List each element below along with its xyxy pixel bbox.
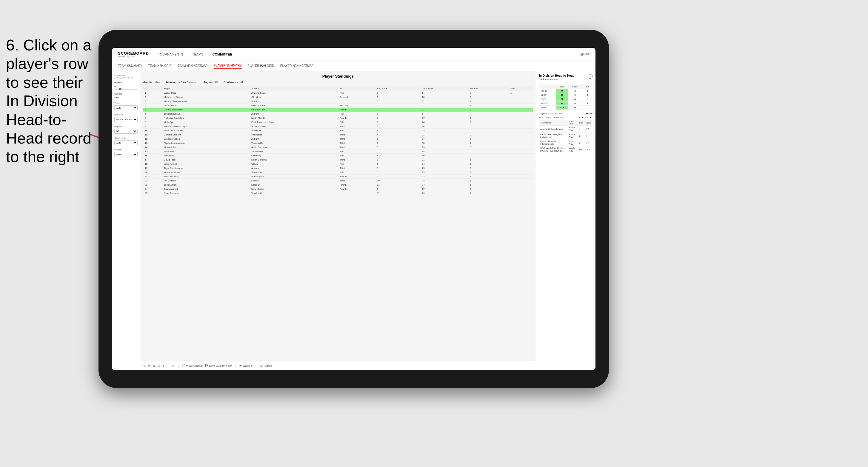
export-button[interactable]: ⬚ xyxy=(255,364,257,367)
table-row[interactable]: 15 Jake Hall Tennessee Fifth 5 18 0 xyxy=(143,150,533,154)
table-row[interactable]: 18 Luke Powell UCLA First 5 24 1 xyxy=(143,162,533,166)
minus-button[interactable]: — xyxy=(167,364,170,367)
cell-player: Matthew Riedel xyxy=(162,170,250,175)
cell-yr: Third xyxy=(338,158,375,162)
tab-team-h2h-heatmap[interactable]: TEAM H2H HEATMAP xyxy=(178,63,208,69)
sign-out-button[interactable]: Sign out xyxy=(579,53,590,56)
col-yr: Yr xyxy=(338,86,375,91)
table-row[interactable]: 21 Taehoon Song Washington Fourth 6 23 1 xyxy=(143,175,533,179)
player-select[interactable]: (All) xyxy=(114,152,137,157)
settings-button[interactable]: ◎ xyxy=(172,364,175,367)
update-time: Update time: 27/03/2024 16:56:26 xyxy=(114,74,137,79)
table-row[interactable]: 2 Michael La Sasso Ole Miss Second 1 18 … xyxy=(143,95,533,99)
cell-num: 13 xyxy=(143,141,162,145)
table-row[interactable]: 8 Mats Ege East Tennessee State Fifth 1 … xyxy=(143,120,533,124)
cell-reg: 4 xyxy=(375,129,420,133)
conference-select[interactable]: (All) xyxy=(114,140,137,145)
cell-win xyxy=(509,170,533,175)
cell-player: Gordon Sargent xyxy=(162,133,250,137)
table-row[interactable]: 12 Brendan Valles Auburn Third 1 27 0 xyxy=(143,137,533,141)
division-select[interactable]: NCAA Division I xyxy=(114,117,137,122)
cell-rds: 1 xyxy=(468,99,509,103)
table-row[interactable]: 4 Luke Claton Florida State Second 1 27 … xyxy=(143,103,533,108)
cell-school: Vanderbilt xyxy=(250,191,338,195)
nav-teams[interactable]: TEAMS xyxy=(192,51,204,57)
cell-win xyxy=(509,191,533,195)
table-row[interactable]: 24 Bastien Amat New Mexico Fourth 1 27 2 xyxy=(143,187,533,191)
redo-button[interactable]: ⟳ xyxy=(148,364,150,367)
table-row[interactable]: 10 Jacob Mox Olivier Arkansas Fifth 4 25… xyxy=(143,129,533,133)
table-row[interactable]: 23 Jack Lundin Missouri Fourth 11 24 1 xyxy=(143,183,533,187)
table-row[interactable]: 3 Michael Thorbjornsen Stanford 1 8 1 xyxy=(143,99,533,103)
undo-button[interactable]: ⟲ xyxy=(143,364,146,367)
table-row[interactable]: 6 Jackson Koivun Auburn First 1 1 xyxy=(143,112,533,116)
cell-win xyxy=(509,137,533,141)
sidebar-player: Player (All) xyxy=(114,148,137,157)
cell-player: Alex Goff xyxy=(162,154,250,158)
table-row[interactable]: 25 Cole Sherwood Vanderbilt 12 23 1 xyxy=(143,191,533,195)
table-row[interactable]: 16 Alex Goff Kentucky Fifth 8 19 0 xyxy=(143,154,533,158)
cell-num: 14 xyxy=(143,145,162,150)
h2h-cell-tie: 3 xyxy=(582,101,592,106)
tab-player-summary[interactable]: PLAYER SUMMARY xyxy=(214,63,242,69)
cell-yr: Fifth xyxy=(338,129,375,133)
cell-win xyxy=(509,183,533,187)
cell-conf: 24 xyxy=(420,124,468,129)
table-row[interactable]: 17 David Ford North Carolina Third 8 21 … xyxy=(143,158,533,162)
tournament-cell-name: Amer Ari Intercollegiate xyxy=(539,126,567,132)
table-row[interactable]: 5 Christo Lamprecht Georgia Tech Fourth … xyxy=(143,108,533,112)
cell-player: Jack Lundin xyxy=(162,183,250,187)
watch-button[interactable]: 👁 Watch ▾ xyxy=(239,364,252,367)
cell-num: 2 xyxy=(143,95,162,99)
cell-school: Vanderbilt xyxy=(250,133,338,137)
cell-school: Arizona xyxy=(250,166,338,170)
table-row[interactable]: 13 Phichaksn Maichon Texas A&M Third 6 3… xyxy=(143,141,533,145)
tab-team-summary[interactable]: TEAM SUMMARY xyxy=(118,63,143,69)
cell-player: David Ford xyxy=(162,158,250,162)
table-row[interactable]: 11 Gordon Sargent Vanderbilt Third 4 21 … xyxy=(143,133,533,137)
cell-num: 20 xyxy=(143,170,162,175)
cell-conf: 30 xyxy=(420,141,468,145)
cell-win xyxy=(509,141,533,145)
close-h2h-button[interactable]: ✕ xyxy=(588,74,592,79)
standings-table: # Player School Yr Reg Rank Conf Rank No… xyxy=(143,86,533,195)
cell-conf: 24 xyxy=(420,162,468,166)
nav-committee[interactable]: COMMITTEE xyxy=(213,51,232,57)
sidebar: Update time: 27/03/2024 16:56:26 No Rds.… xyxy=(112,71,140,370)
table-row[interactable]: 9 Preston Summerhays Arizona State Third… xyxy=(143,124,533,129)
add-button[interactable]: ⊕ xyxy=(162,364,165,367)
tab-player-h2h-heatmap[interactable]: PLAYER H2H HEATMAP xyxy=(280,63,314,69)
table-row[interactable]: 14 Maxwell Ford North Carolina Third 3 2… xyxy=(143,145,533,150)
tournament-cell-score: 18-1 xyxy=(584,146,592,153)
tournament-cell-name: Mirabel Maui Jim Intercollegiate xyxy=(539,139,567,146)
cell-conf: 27 xyxy=(420,103,468,108)
cell-rds: 2 xyxy=(468,166,509,170)
tournament-cell-score: -7 xyxy=(584,132,592,139)
tab-player-h2h-grid[interactable]: PLAYER H2H GRID xyxy=(248,63,274,69)
nav-tournaments[interactable]: TOURNAMENTS xyxy=(158,51,183,57)
reset-button[interactable]: ⊘ xyxy=(153,364,155,367)
share-button[interactable]: Share xyxy=(265,364,272,367)
table-row[interactable]: 7 Nicholas Gabrelcik North Florida Fourt… xyxy=(143,116,533,120)
cell-num: 24 xyxy=(143,187,162,191)
region-select[interactable]: N/a xyxy=(114,129,137,134)
h2h-cell-tie: 2 xyxy=(582,89,592,93)
grid-button[interactable]: ⊞ xyxy=(260,364,262,367)
standings-container: Player Standings Gender: Men Division: N… xyxy=(140,71,536,361)
save-custom-view-button[interactable]: 💾 Save Custom View xyxy=(205,364,231,367)
table-row[interactable]: 20 Matthew Riedel Vanderbilt Fifth 5 23 … xyxy=(143,170,533,175)
main-content: Update time: 27/03/2024 16:56:26 No Rds.… xyxy=(112,71,595,370)
cell-player: Maxwell Ford xyxy=(162,145,250,150)
tab-team-h2h-grid[interactable]: TEAM H2H GRID xyxy=(148,63,172,69)
view-original-button[interactable]: 📄 View: Original xyxy=(182,364,203,367)
cell-yr: Third xyxy=(338,166,375,170)
table-row[interactable]: 19 Tiger Christensen Arizona Third 8 23 … xyxy=(143,166,533,170)
table-row[interactable]: 22 Ian Gilligan Florida Third 10 24 1 xyxy=(143,179,533,183)
copy-button[interactable]: ❏ xyxy=(158,364,160,367)
cell-yr: Second xyxy=(338,103,375,108)
col-num: # xyxy=(143,86,162,91)
year-select[interactable]: (All) xyxy=(114,105,137,111)
cell-rds: 1 xyxy=(468,175,509,179)
cell-reg: 4 xyxy=(375,133,420,137)
table-row[interactable]: 1 Wenyi Ding Arizona State First 1 1 8 1 xyxy=(143,91,533,95)
